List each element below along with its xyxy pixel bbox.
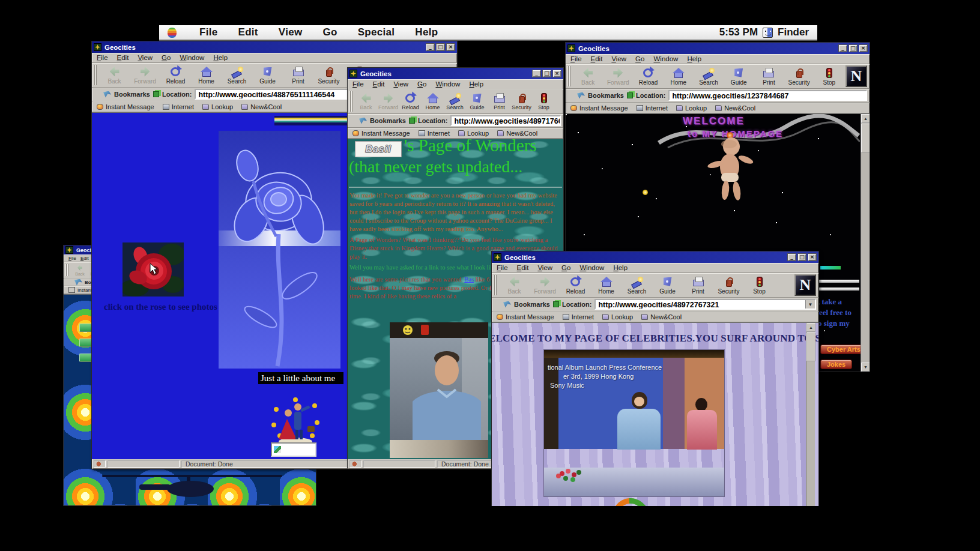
location-input[interactable]: http://www.geocities/48972767321: [596, 300, 805, 309]
close-button[interactable]: ×: [808, 253, 817, 261]
minimize-button[interactable]: _: [426, 43, 435, 51]
location-dropdown-arrow[interactable]: ▼: [805, 300, 815, 309]
mac-menu-item[interactable]: File: [199, 26, 218, 38]
toolbar-button[interactable]: Reload: [560, 274, 591, 297]
menu-item[interactable]: Window: [435, 80, 460, 88]
mac-menu-item[interactable]: View: [279, 26, 303, 38]
window-titlebar[interactable]: Geocities _ □ ×: [492, 251, 818, 263]
scrollbar-thumb[interactable]: [861, 124, 870, 152]
personal-toolbar-item[interactable]: Internet: [163, 103, 194, 110]
menu-item[interactable]: Window: [180, 54, 204, 61]
plugin-placeholder[interactable]: [271, 442, 316, 457]
toolbar-button[interactable]: Back: [499, 274, 530, 297]
maximize-button[interactable]: □: [848, 44, 858, 52]
netscape-logo[interactable]: N: [794, 274, 816, 296]
menu-item[interactable]: File: [97, 54, 108, 61]
personal-toolbar-item[interactable]: New&Cool: [241, 103, 282, 110]
netscape-logo[interactable]: N: [845, 65, 867, 87]
personal-toolbar-item[interactable]: Internet: [419, 130, 450, 137]
close-button[interactable]: ×: [552, 70, 561, 77]
toolbar-button[interactable]: Home: [191, 64, 222, 86]
toolbar-button[interactable]: Security: [784, 65, 814, 88]
personal-toolbar-item[interactable]: Lookup: [676, 104, 707, 112]
bookmarks-label[interactable]: Bookmarks: [114, 91, 150, 98]
menu-item[interactable]: Help: [213, 54, 228, 61]
browser-window-celebrities[interactable]: Geocities _ □ × FileEditViewGoWindowHelp…: [491, 251, 819, 509]
personal-toolbar-item[interactable]: Internet: [563, 313, 594, 321]
toolbar-grippy[interactable]: [349, 91, 353, 112]
toolbar-grippy[interactable]: [65, 264, 69, 276]
menu-item[interactable]: View: [393, 80, 408, 88]
toolbar-button[interactable]: Back: [355, 90, 377, 113]
menu-item[interactable]: File: [68, 256, 76, 261]
menu-item[interactable]: File: [497, 264, 508, 271]
bookmarks-label[interactable]: Bookmarks: [514, 301, 550, 308]
personal-toolbar-item[interactable]: Instant Message: [352, 130, 410, 137]
menu-item[interactable]: Help: [687, 55, 701, 62]
menu-item[interactable]: File: [352, 80, 364, 88]
toolbar-button[interactable]: Print: [283, 64, 313, 86]
personal-toolbar-item[interactable]: Lookup: [202, 103, 233, 110]
toolbar-button[interactable]: Home: [591, 274, 622, 297]
basically-link[interactable]: Bas: [464, 276, 474, 283]
toolbar-button[interactable]: Back: [71, 263, 89, 277]
toolbar-button[interactable]: Search: [222, 64, 252, 86]
location-input[interactable]: http://www.geocities/1237844687: [670, 91, 866, 100]
personal-toolbar-item[interactable]: New&Cool: [641, 313, 682, 321]
menu-item[interactable]: File: [570, 55, 582, 62]
toolbar-button[interactable]: Guide: [466, 90, 488, 113]
toolbar-grippy[interactable]: [567, 66, 571, 86]
minimize-button[interactable]: _: [532, 70, 541, 77]
minimize-button[interactable]: _: [838, 44, 847, 52]
personal-toolbar-item[interactable]: Lookup: [458, 130, 489, 137]
mac-menu-item[interactable]: Special: [358, 26, 395, 38]
toolbar-button[interactable]: Search: [622, 274, 652, 297]
toolbar-button[interactable]: Reload: [633, 65, 663, 88]
about-link[interactable]: Just a little about me: [258, 372, 343, 384]
toolbar-button[interactable]: Home: [664, 65, 694, 88]
vertical-scrollbar[interactable]: ▲: [806, 323, 815, 508]
menu-item[interactable]: Window: [579, 264, 604, 271]
menu-item[interactable]: View: [611, 55, 626, 62]
toolbar-button[interactable]: Stop: [533, 90, 555, 113]
menu-item[interactable]: Go: [635, 55, 644, 62]
menu-item[interactable]: Window: [653, 55, 678, 62]
window-titlebar[interactable]: Geocities _ □ ×: [92, 41, 457, 53]
toolbar-button[interactable]: Guide: [252, 64, 283, 86]
personal-toolbar-item[interactable]: Instant Message: [497, 313, 554, 321]
page-link-button[interactable]: Jokes: [820, 360, 852, 369]
apple-menu-icon[interactable]: [168, 28, 177, 38]
close-button[interactable]: ×: [859, 44, 868, 52]
toolbar-button[interactable]: Reload: [399, 90, 422, 113]
menu-item[interactable]: Go: [162, 54, 171, 61]
toolbar-button[interactable]: Security: [510, 90, 533, 113]
toolbar-button[interactable]: Print: [754, 65, 784, 88]
bookmarks-label[interactable]: Bookmarks: [370, 117, 406, 124]
personal-toolbar-item[interactable]: New&Cool: [715, 104, 755, 112]
mac-menu-item[interactable]: Go: [322, 26, 337, 38]
toolbar-button[interactable]: Home: [422, 90, 444, 113]
menu-item[interactable]: Go: [417, 80, 426, 88]
toolbar-button[interactable]: Print: [683, 274, 713, 297]
scroll-down-arrow[interactable]: ▼: [861, 363, 870, 372]
toolbar-button[interactable]: Forward: [530, 274, 560, 297]
toolbar-grippy[interactable]: [94, 65, 97, 85]
security-status-icon[interactable]: [349, 460, 361, 468]
toolbar-button[interactable]: Security: [313, 64, 344, 86]
toolbar-button[interactable]: Security: [713, 274, 744, 297]
menu-item[interactable]: Help: [613, 264, 628, 271]
scroll-up-arrow[interactable]: ▲: [861, 114, 870, 123]
mac-menu-item[interactable]: Edit: [238, 26, 258, 38]
maximize-button[interactable]: □: [542, 70, 551, 77]
menu-item[interactable]: Edit: [517, 264, 529, 271]
toolbar-grippy[interactable]: [494, 275, 497, 295]
window-titlebar[interactable]: Geocities _ □ ×: [566, 43, 870, 54]
toolbar-button[interactable]: Search: [694, 65, 724, 88]
menu-item[interactable]: Edit: [373, 80, 385, 88]
personal-toolbar-item[interactable]: Internet: [637, 104, 668, 112]
personal-toolbar-item[interactable]: Lookup: [602, 313, 633, 321]
toolbar-button[interactable]: Reload: [160, 64, 191, 86]
personal-toolbar-item[interactable]: New&Cool: [497, 130, 537, 137]
menu-item[interactable]: Edit: [591, 55, 603, 62]
location-input[interactable]: http://www.geocities/489717661: [452, 116, 561, 125]
